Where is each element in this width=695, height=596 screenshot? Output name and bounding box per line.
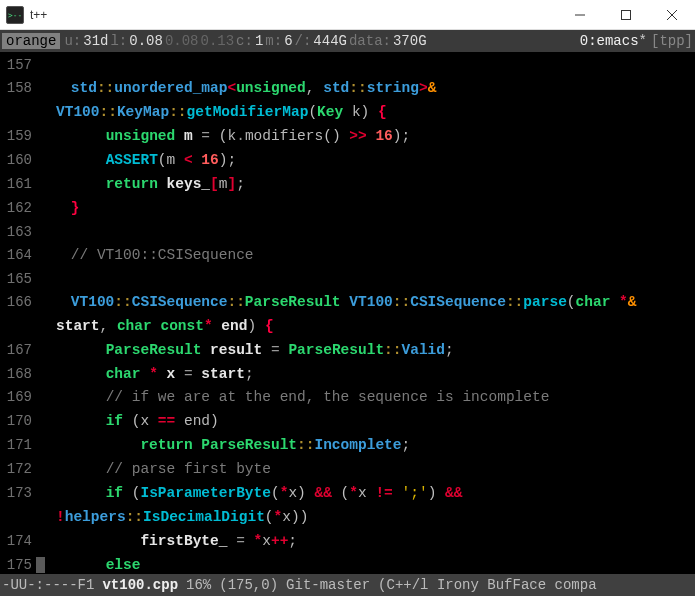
code-line[interactable]: 175 else — [0, 554, 695, 574]
line-number: 160 — [0, 149, 36, 172]
load1: 0.08 — [129, 33, 163, 49]
close-button[interactable] — [649, 0, 695, 30]
line-number: 164 — [0, 244, 36, 267]
line-number: 168 — [0, 363, 36, 386]
tmux-host: orange — [2, 33, 60, 49]
code-line[interactable]: !helpers::IsDecimalDigit(*x)) — [0, 506, 695, 530]
code-content[interactable]: if (IsParameterByte(*x) && (*x != ';') &… — [36, 482, 695, 506]
load-label: l: — [110, 33, 127, 49]
line-number: 161 — [0, 173, 36, 196]
code-line[interactable]: 160 ASSERT(m < 16); — [0, 149, 695, 173]
code-content[interactable]: !helpers::IsDecimalDigit(*x)) — [36, 506, 695, 530]
code-content[interactable]: // VT100::CSISequence — [36, 244, 695, 268]
code-line[interactable]: 174 firstByte_ = *x++; — [0, 530, 695, 554]
code-content[interactable]: else — [36, 554, 695, 574]
tmux-win-index: 0: — [580, 33, 597, 49]
code-content[interactable]: unsigned m = (k.modifiers() >> 16); — [36, 125, 695, 149]
code-line[interactable]: 162 } — [0, 197, 695, 221]
uptime-value: 31d — [83, 33, 108, 49]
code-line[interactable]: 168 char * x = start; — [0, 363, 695, 387]
line-number: 169 — [0, 386, 36, 409]
code-line[interactable]: 159 unsigned m = (k.modifiers() >> 16); — [0, 125, 695, 149]
code-content[interactable]: return ParseResult::Incomplete; — [36, 434, 695, 458]
code-line[interactable]: VT100::KeyMap::getModifierMap(Key k) { — [0, 101, 695, 125]
tmux-win-flag: * — [639, 33, 647, 49]
line-number: 171 — [0, 434, 36, 457]
load5: 0.08 — [165, 33, 199, 49]
line-number: 173 — [0, 482, 36, 505]
maximize-button[interactable] — [603, 0, 649, 30]
data-value: 370G — [393, 33, 427, 49]
code-line[interactable]: 164 // VT100::CSISequence — [0, 244, 695, 268]
emacs-modeline: -UU-:----F1 vt100.cpp 16% (175,0) Git-ma… — [0, 574, 695, 596]
line-number: 166 — [0, 291, 36, 314]
code-content[interactable]: VT100::CSISequence::ParseResult VT100::C… — [36, 291, 695, 315]
modeline-percent: 16% — [186, 577, 211, 593]
code-line[interactable]: 157 — [0, 54, 695, 77]
app-icon: >-- — [6, 6, 24, 24]
minimize-button[interactable] — [557, 0, 603, 30]
code-content[interactable]: char * x = start; — [36, 363, 695, 387]
tmux-win-name: emacs — [597, 33, 639, 49]
svg-rect-2 — [622, 10, 631, 19]
window-title: t++ — [30, 8, 47, 22]
line-number: 165 — [0, 268, 36, 291]
line-number: 157 — [0, 54, 36, 77]
line-number: 175 — [0, 554, 36, 574]
line-number: 172 — [0, 458, 36, 481]
code-line[interactable]: 169 // if we are at the end, the sequenc… — [0, 386, 695, 410]
code-content[interactable]: std::unordered_map<unsigned, std::string… — [36, 77, 695, 101]
modeline-vc: Git-master — [286, 577, 370, 593]
code-content[interactable]: // parse first byte — [36, 458, 695, 482]
line-number: 174 — [0, 530, 36, 553]
svg-text:>--: >-- — [8, 10, 22, 19]
data-label: data: — [349, 33, 391, 49]
code-line[interactable]: 167 ParseResult result = ParseResult::Va… — [0, 339, 695, 363]
modeline-flags: -UU-:----F1 — [2, 577, 94, 593]
code-content[interactable]: if (x == end) — [36, 410, 695, 434]
editor-viewport[interactable]: 157158 std::unordered_map<unsigned, std:… — [0, 52, 695, 574]
code-content[interactable]: return keys_[m]; — [36, 173, 695, 197]
code-content[interactable]: ParseResult result = ParseResult::Valid; — [36, 339, 695, 363]
window-titlebar: >-- t++ — [0, 0, 695, 30]
uptime-label: u: — [64, 33, 81, 49]
code-content[interactable]: firstByte_ = *x++; — [36, 530, 695, 554]
modeline-modes: (C++/l Irony BufFace compa — [378, 577, 596, 593]
cpu-value: 1 — [255, 33, 263, 49]
tmux-right: 0: emacs * [tpp] — [580, 33, 693, 49]
tmux-session: [tpp] — [651, 33, 693, 49]
code-line[interactable]: 172 // parse first byte — [0, 458, 695, 482]
code-line[interactable]: 171 return ParseResult::Incomplete; — [0, 434, 695, 458]
line-number: 158 — [0, 77, 36, 100]
mem-label: m: — [265, 33, 282, 49]
code-line[interactable]: start, char const* end) { — [0, 315, 695, 339]
code-line[interactable]: 163 — [0, 221, 695, 244]
modeline-filename: vt100.cpp — [102, 577, 178, 593]
code-content[interactable]: VT100::KeyMap::getModifierMap(Key k) { — [36, 101, 695, 125]
code-line[interactable]: 173 if (IsParameterByte(*x) && (*x != ';… — [0, 482, 695, 506]
line-number: 163 — [0, 221, 36, 244]
disk-label: /: — [295, 33, 312, 49]
code-line[interactable]: 165 — [0, 268, 695, 291]
code-line[interactable]: 161 return keys_[m]; — [0, 173, 695, 197]
code-content[interactable]: // if we are at the end, the sequence is… — [36, 386, 695, 410]
code-line[interactable]: 170 if (x == end) — [0, 410, 695, 434]
code-content[interactable]: start, char const* end) { — [36, 315, 695, 339]
modeline-pos: (175,0) — [219, 577, 278, 593]
code-line[interactable]: 166 VT100::CSISequence::ParseResult VT10… — [0, 291, 695, 315]
load15: 0.13 — [200, 33, 234, 49]
line-number: 167 — [0, 339, 36, 362]
code-content[interactable]: ASSERT(m < 16); — [36, 149, 695, 173]
disk-value: 444G — [313, 33, 347, 49]
mem-value: 6 — [284, 33, 292, 49]
cpu-label: c: — [236, 33, 253, 49]
code-content[interactable]: } — [36, 197, 695, 221]
line-number: 162 — [0, 197, 36, 220]
code-line[interactable]: 158 std::unordered_map<unsigned, std::st… — [0, 77, 695, 101]
line-number: 170 — [0, 410, 36, 433]
tmux-status-bar: orange u: 31d l: 0.08 0.08 0.13 c: 1 m: … — [0, 30, 695, 52]
line-number: 159 — [0, 125, 36, 148]
